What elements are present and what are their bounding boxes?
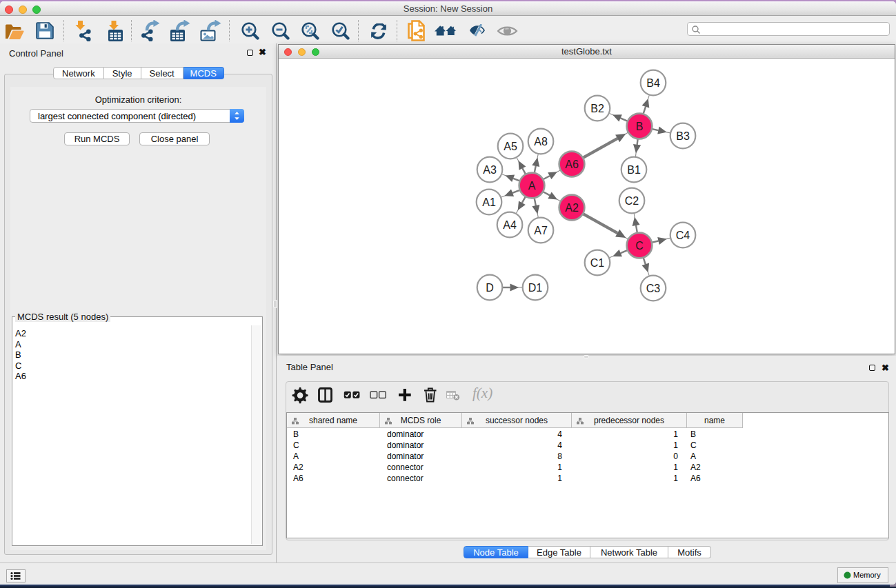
svg-text:C1: C1 [590,257,605,269]
svg-text:B3: B3 [676,130,690,142]
svg-text:B1: B1 [627,164,641,176]
svg-text:A1: A1 [482,196,496,208]
svg-text:B: B [636,121,644,132]
svg-text:A2: A2 [565,202,579,214]
svg-text:C3: C3 [646,283,661,294]
svg-text:C4: C4 [676,230,690,241]
svg-text:A6: A6 [565,159,579,170]
svg-text:A5: A5 [504,141,517,152]
svg-text:C2: C2 [625,195,639,207]
svg-text:A7: A7 [534,225,548,236]
svg-text:A4: A4 [503,219,517,231]
svg-text:B4: B4 [646,77,660,89]
svg-text:A8: A8 [534,136,548,148]
svg-text:C: C [635,240,644,252]
svg-text:B2: B2 [590,103,604,114]
svg-text:D1: D1 [528,282,543,294]
svg-text:A3: A3 [483,164,497,176]
svg-text:D: D [486,282,494,294]
svg-text:A: A [528,180,536,192]
